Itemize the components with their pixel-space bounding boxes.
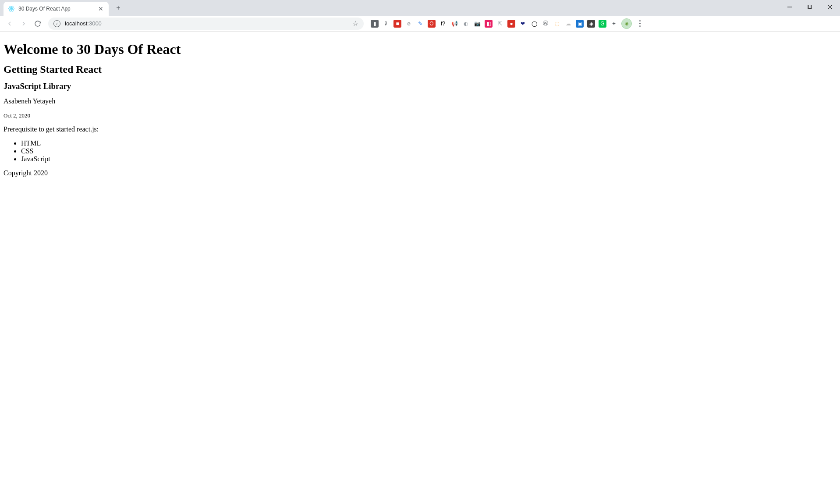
copyright-text: Copyright 2020 <box>4 169 836 177</box>
browser-tab[interactable]: 30 Days Of React App ✕ <box>4 2 109 16</box>
maximize-button[interactable] <box>800 0 820 14</box>
address-bar-row: i localhost:3000 ☆ ▮🎙■☺✎Of?📢◐📷◧⇱●❤◯Ⓦ◌☁▣◈… <box>0 16 840 32</box>
svg-rect-5 <box>808 5 811 8</box>
site-info-icon[interactable]: i <box>53 20 60 27</box>
new-tab-button[interactable]: + <box>112 2 124 14</box>
author-text: Asabeneh Yetayeh <box>4 97 836 105</box>
close-tab-icon[interactable]: ✕ <box>97 5 104 12</box>
ext-18-icon[interactable]: ☁ <box>564 20 572 28</box>
ext-4-icon[interactable]: ☺ <box>405 20 413 28</box>
reload-button[interactable] <box>32 18 44 30</box>
ext-15-icon[interactable]: ◯ <box>530 20 538 28</box>
url-host: localhost <box>65 20 87 27</box>
page-heading-2: Getting Started React <box>4 64 836 75</box>
bookmark-star-icon[interactable]: ☆ <box>352 19 358 28</box>
ext-13-icon[interactable]: ● <box>507 20 515 28</box>
ext-12-icon[interactable]: ⇱ <box>496 20 504 28</box>
tab-bar: 30 Days Of React App ✕ + <box>0 0 840 16</box>
address-bar[interactable]: i localhost:3000 ☆ <box>48 18 364 30</box>
ext-14-icon[interactable]: ❤ <box>519 20 527 28</box>
react-favicon-icon <box>8 5 15 12</box>
svg-point-0 <box>11 8 12 10</box>
ext-21-icon[interactable]: G <box>599 20 606 28</box>
browser-menu-button[interactable] <box>634 18 646 30</box>
ext-5-icon[interactable]: ✎ <box>416 20 424 28</box>
ext-17-icon[interactable]: ◌ <box>553 20 561 28</box>
ext-10-icon[interactable]: 📷 <box>473 20 481 28</box>
ext-16-icon[interactable]: Ⓦ <box>542 20 549 28</box>
minimize-button[interactable] <box>780 0 800 14</box>
url-text: localhost:3000 <box>65 20 348 27</box>
page-heading-1: Welcome to 30 Days Of React <box>4 41 836 57</box>
list-item: JavaScript <box>21 155 836 163</box>
ext-3-icon[interactable]: ■ <box>393 20 401 28</box>
ext-2-icon[interactable]: 🎙 <box>382 20 390 28</box>
back-button[interactable] <box>4 18 16 30</box>
ext-20-icon[interactable]: ◈ <box>587 20 595 28</box>
page-content: Welcome to 30 Days Of React Getting Star… <box>0 32 840 187</box>
ext-1-icon[interactable]: ▮ <box>371 20 379 28</box>
extensions-bar: ▮🎙■☺✎Of?📢◐📷◧⇱●❤◯Ⓦ◌☁▣◈G✦ <box>371 20 618 28</box>
ext-11-icon[interactable]: ◧ <box>485 20 493 28</box>
url-port: :3000 <box>87 20 102 27</box>
prereq-label: Prerequisite to get started react.js: <box>4 125 836 133</box>
tab-title: 30 Days Of React App <box>18 6 94 12</box>
forward-button[interactable] <box>18 18 30 30</box>
list-item: HTML <box>21 139 836 147</box>
profile-avatar[interactable]: ◉ <box>621 18 632 29</box>
window-controls <box>780 0 840 14</box>
ext-6-icon[interactable]: O <box>428 20 436 28</box>
ext-19-icon[interactable]: ▣ <box>576 20 584 28</box>
date-text: Oct 2, 2020 <box>4 111 836 119</box>
svg-rect-6 <box>808 5 812 8</box>
close-window-button[interactable] <box>820 0 840 14</box>
list-item: CSS <box>21 147 836 155</box>
ext-puzzle-icon[interactable]: ✦ <box>610 20 618 28</box>
ext-7-icon[interactable]: f? <box>439 20 447 28</box>
page-heading-3: JavaScript Library <box>4 82 836 91</box>
prereq-list: HTMLCSSJavaScript <box>4 139 836 163</box>
browser-chrome: 30 Days Of React App ✕ + <box>0 0 840 32</box>
ext-9-icon[interactable]: ◐ <box>462 20 470 28</box>
ext-8-icon[interactable]: 📢 <box>450 20 458 28</box>
